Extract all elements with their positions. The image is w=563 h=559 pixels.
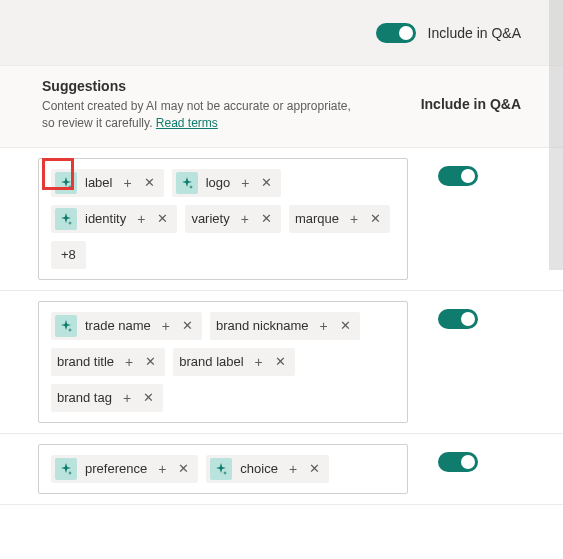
sparkle-icon — [176, 172, 198, 194]
include-qna-toggle-top[interactable] — [376, 23, 416, 43]
synonym-chip[interactable]: brand label+✕ — [173, 348, 295, 376]
close-icon[interactable]: ✕ — [154, 212, 171, 225]
close-icon[interactable]: ✕ — [142, 355, 159, 368]
close-icon[interactable]: ✕ — [306, 462, 323, 475]
add-icon[interactable]: + — [238, 176, 252, 190]
add-icon[interactable]: + — [120, 176, 134, 190]
sparkle-icon — [55, 172, 77, 194]
chip-container[interactable]: trade name+✕brand nickname+✕brand title+… — [38, 301, 408, 423]
close-icon[interactable]: ✕ — [337, 319, 354, 332]
chip-label: choice — [238, 461, 280, 476]
suggestions-title: Suggestions — [42, 78, 362, 94]
close-icon[interactable]: ✕ — [367, 212, 384, 225]
row-toggle-cell — [438, 444, 478, 472]
row-toggle-cell — [438, 158, 478, 186]
close-icon[interactable]: ✕ — [175, 462, 192, 475]
synonym-chip[interactable]: label+✕ — [51, 169, 164, 197]
suggestion-row: preference+✕choice+✕ — [0, 434, 563, 505]
close-icon[interactable]: ✕ — [258, 176, 275, 189]
suggestion-row: label+✕logo+✕identity+✕variety+✕marque+✕… — [0, 148, 563, 291]
close-icon[interactable]: ✕ — [272, 355, 289, 368]
overflow-chip[interactable]: +8 — [51, 241, 86, 269]
chip-label: brand nickname — [214, 318, 311, 333]
sparkle-icon — [55, 315, 77, 337]
add-icon[interactable]: + — [238, 212, 252, 226]
chip-container[interactable]: label+✕logo+✕identity+✕variety+✕marque+✕… — [38, 158, 408, 280]
include-qna-column-header: Include in Q&A — [421, 78, 521, 112]
chip-label: brand tag — [55, 390, 114, 405]
add-icon[interactable]: + — [347, 212, 361, 226]
add-icon[interactable]: + — [120, 391, 134, 405]
close-icon[interactable]: ✕ — [179, 319, 196, 332]
synonym-chip[interactable]: logo+✕ — [172, 169, 282, 197]
include-qna-toggle-row[interactable] — [438, 166, 478, 186]
suggestion-rows: label+✕logo+✕identity+✕variety+✕marque+✕… — [0, 148, 563, 505]
suggestions-description: Content created by AI may not be accurat… — [42, 98, 362, 133]
close-icon[interactable]: ✕ — [258, 212, 275, 225]
suggestions-header: Suggestions Content created by AI may no… — [0, 65, 563, 148]
synonym-chip[interactable]: variety+✕ — [185, 205, 280, 233]
synonym-chip[interactable]: identity+✕ — [51, 205, 177, 233]
chip-label: preference — [83, 461, 149, 476]
read-terms-link[interactable]: Read terms — [156, 116, 218, 130]
vertical-scrollbar[interactable] — [549, 0, 563, 270]
chip-label: brand title — [55, 354, 116, 369]
synonym-chip[interactable]: trade name+✕ — [51, 312, 202, 340]
close-icon[interactable]: ✕ — [140, 391, 157, 404]
sparkle-icon — [210, 458, 232, 480]
chip-label: brand label — [177, 354, 245, 369]
synonym-chip[interactable]: brand nickname+✕ — [210, 312, 360, 340]
chip-label: marque — [293, 211, 341, 226]
include-qna-toggle-row[interactable] — [438, 309, 478, 329]
add-icon[interactable]: + — [159, 319, 173, 333]
chip-label: label — [83, 175, 114, 190]
synonym-chip[interactable]: marque+✕ — [289, 205, 390, 233]
include-qna-toggle-row[interactable] — [438, 452, 478, 472]
chip-label: logo — [204, 175, 233, 190]
add-icon[interactable]: + — [134, 212, 148, 226]
include-qna-label-top: Include in Q&A — [428, 25, 521, 41]
synonym-chip[interactable]: preference+✕ — [51, 455, 198, 483]
sparkle-icon — [55, 458, 77, 480]
add-icon[interactable]: + — [122, 355, 136, 369]
close-icon[interactable]: ✕ — [141, 176, 158, 189]
chip-container[interactable]: preference+✕choice+✕ — [38, 444, 408, 494]
add-icon[interactable]: + — [286, 462, 300, 476]
synonym-chip[interactable]: brand title+✕ — [51, 348, 165, 376]
chip-label: variety — [189, 211, 231, 226]
suggestion-row: trade name+✕brand nickname+✕brand title+… — [0, 291, 563, 434]
chip-label: trade name — [83, 318, 153, 333]
add-icon[interactable]: + — [155, 462, 169, 476]
chip-label: identity — [83, 211, 128, 226]
synonym-chip[interactable]: choice+✕ — [206, 455, 329, 483]
add-icon[interactable]: + — [316, 319, 330, 333]
add-icon[interactable]: + — [252, 355, 266, 369]
synonym-chip[interactable]: brand tag+✕ — [51, 384, 163, 412]
row-toggle-cell — [438, 301, 478, 329]
sparkle-icon — [55, 208, 77, 230]
top-bar: Include in Q&A — [0, 0, 563, 65]
